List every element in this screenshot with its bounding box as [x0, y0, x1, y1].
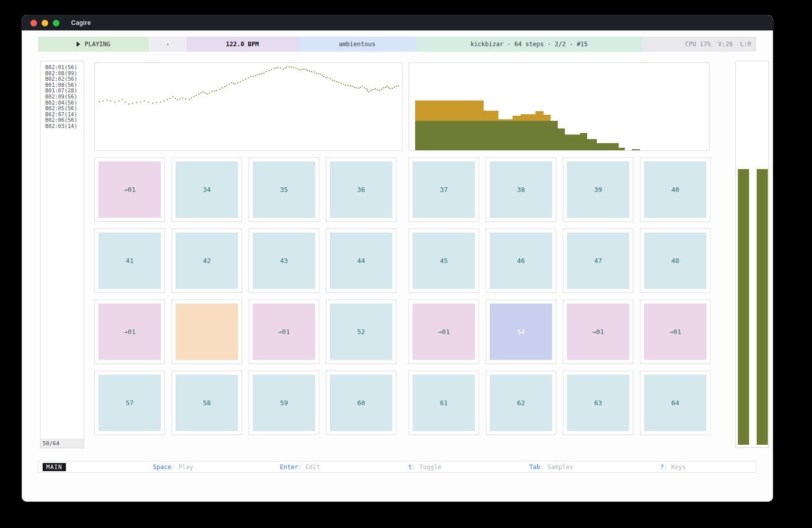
pad-cell[interactable]: →01: [94, 157, 165, 222]
pad-cell[interactable]: 62: [486, 371, 556, 435]
pad-cell[interactable]: 40: [640, 157, 710, 222]
waveform-dot: [276, 68, 277, 69]
waveform-dot: [229, 84, 230, 85]
pad-cell-label: 60: [330, 375, 392, 431]
pad-cell[interactable]: 57: [94, 371, 165, 435]
waveform-dot: [377, 89, 378, 90]
waveform-dot: [374, 89, 375, 90]
sample-list-item[interactable]: B02:05(56): [41, 106, 84, 112]
waveform-dot: [367, 90, 368, 91]
shortcut-desc: : Play: [171, 464, 193, 471]
waveform-dot: [202, 91, 204, 92]
window-titlebar: Cagire: [22, 15, 773, 30]
pad-cell[interactable]: 58: [172, 371, 242, 435]
pad-cell[interactable]: →01: [409, 300, 479, 364]
pad-cell[interactable]: 59: [249, 371, 319, 435]
waveform-dot: [316, 73, 317, 74]
waveform-dot: [261, 73, 262, 74]
pad-cell[interactable]: 41: [94, 228, 165, 293]
waveform-dot: [392, 88, 393, 89]
pad-cell-label: 61: [413, 375, 475, 431]
pad-cell[interactable]: 46: [486, 228, 556, 293]
waveform-dot: [280, 68, 281, 69]
waveform-dot: [216, 90, 217, 91]
waveform-dot: [99, 101, 100, 102]
separator-dot-icon: [167, 44, 168, 45]
pad-cell-label: 45: [413, 233, 475, 289]
pad-cell[interactable]: 61: [409, 371, 479, 435]
waveform-dot: [103, 101, 104, 102]
pad-cell-label: [176, 304, 238, 360]
sample-list-item[interactable]: B02:09(56): [41, 94, 84, 100]
pad-cell[interactable]: 54: [486, 300, 556, 364]
waveform-dot: [334, 80, 335, 81]
waveform-dot: [356, 87, 357, 88]
shortcut-hint: t: Toggle: [408, 464, 441, 471]
waveform-dot: [226, 85, 227, 86]
waveform-dot: [224, 86, 225, 87]
transport-status[interactable]: PLAYING: [38, 37, 149, 52]
histogram-bar-top: [484, 111, 498, 121]
pad-cell[interactable]: →01: [249, 300, 319, 364]
waveform-dot: [222, 87, 223, 88]
waveform-dot: [394, 87, 395, 88]
close-window-icon[interactable]: [30, 20, 37, 26]
pad-cell-label: 47: [567, 233, 629, 289]
pad-cell[interactable]: 48: [640, 228, 710, 293]
pad-cell[interactable]: 36: [326, 157, 396, 222]
waveform-dot: [387, 86, 388, 87]
minimize-window-icon[interactable]: [42, 20, 48, 26]
scene-name[interactable]: ambientous: [298, 37, 416, 52]
pad-cell[interactable]: 52: [326, 300, 396, 364]
waveform-dot: [322, 75, 323, 76]
pad-cell[interactable]: 63: [563, 371, 633, 435]
shortcut-key: Enter: [280, 464, 298, 471]
pad-cell[interactable]: 35: [249, 157, 319, 222]
waveform-dot: [341, 83, 342, 84]
waveform-dot: [338, 82, 339, 83]
waveform-dot: [381, 89, 382, 90]
mode-badge: MAIN: [43, 463, 66, 471]
waveform-dot: [375, 88, 376, 89]
sample-list-item[interactable]: B02:03(14): [41, 123, 84, 129]
waveform-dot: [136, 102, 137, 103]
pad-cell[interactable]: 44: [326, 228, 396, 293]
waveform-dot: [189, 99, 190, 100]
pad-cell[interactable]: 45: [409, 228, 479, 293]
zoom-window-icon[interactable]: [53, 20, 59, 26]
pad-cell[interactable]: 37: [409, 157, 479, 222]
pad-cell[interactable]: 60: [326, 371, 396, 435]
waveform-dot: [271, 69, 272, 70]
bpm-display[interactable]: 122.0 BPM: [187, 37, 298, 52]
histogram-bar-base: [587, 139, 597, 150]
pad-cell[interactable]: 64: [640, 371, 710, 435]
pad-cell[interactable]: [172, 300, 242, 364]
waveform-dot: [266, 71, 267, 72]
pad-cell[interactable]: →01: [94, 300, 165, 364]
waveform-dot: [398, 85, 399, 86]
waveform-dot: [207, 93, 208, 94]
sample-list-item[interactable]: B02:01(56): [41, 64, 84, 71]
waveform-dot: [144, 101, 145, 102]
shortcut-key: Tab: [529, 464, 540, 471]
pad-cell[interactable]: 42: [172, 228, 242, 293]
waveform-dot: [173, 96, 174, 97]
pad-cell[interactable]: →01: [640, 300, 710, 364]
pad-cell[interactable]: 38: [486, 157, 556, 222]
sample-counter: 50/64: [41, 439, 84, 448]
pad-cell[interactable]: 43: [249, 228, 319, 293]
waveform-dot: [243, 80, 244, 81]
waveform-dot: [320, 74, 321, 75]
waveform-dot: [354, 87, 355, 88]
pad-cell[interactable]: 47: [563, 228, 633, 293]
waveform-dot: [362, 86, 363, 87]
waveform-dot: [198, 93, 199, 94]
pad-cell[interactable]: →01: [563, 300, 633, 364]
pad-cell[interactable]: 39: [563, 157, 633, 222]
pad-cell[interactable]: 34: [172, 157, 242, 222]
status-bar: MAIN Space: PlayEnter: Editt: ToggleTab:…: [38, 461, 756, 473]
pattern-info[interactable]: kickbizar · 64 steps · 2/2 · #15: [416, 37, 642, 52]
waveform-dot: [301, 69, 302, 70]
level-meter-bar: [757, 169, 768, 445]
waveform-dot: [177, 100, 178, 101]
